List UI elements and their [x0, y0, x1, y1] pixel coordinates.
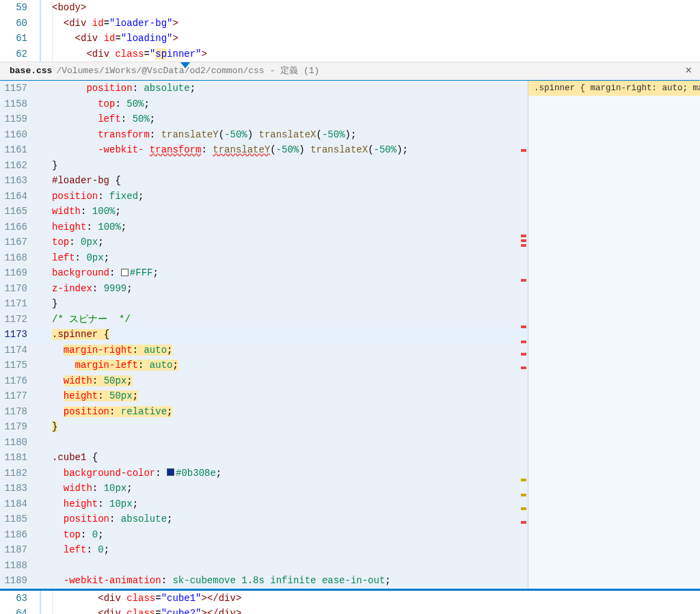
- code-line[interactable]: 59<body>: [0, 0, 700, 16]
- code-line[interactable]: 1179}: [0, 419, 528, 435]
- code-line[interactable]: 1182 background-color: #0b308e;: [0, 466, 528, 481]
- code-line[interactable]: 60 <div id="loader-bg">: [0, 16, 700, 31]
- code-line[interactable]: 1181.cube1 {: [0, 450, 528, 466]
- code-line[interactable]: 1157 position: absolute;: [0, 81, 528, 96]
- code-content[interactable]: .spinner {: [52, 327, 528, 343]
- code-line[interactable]: 1183 width: 10px;: [0, 481, 528, 496]
- peek-definition-view[interactable]: 1157 position: absolute;1158 top: 50%;11…: [0, 81, 700, 590]
- code-content[interactable]: z-index: 9999;: [52, 281, 528, 297]
- code-content[interactable]: top: 50%;: [52, 96, 528, 112]
- code-line[interactable]: 1175 margin-left: auto;: [0, 358, 528, 373]
- peek-reference-item[interactable]: .spinner { margin-right: auto; margin-le…: [528, 81, 700, 96]
- code-content[interactable]: left: 50%;: [52, 111, 528, 127]
- overview-marker[interactable]: [521, 325, 526, 328]
- code-content[interactable]: width: 100%;: [52, 204, 528, 219]
- code-content[interactable]: }: [52, 158, 528, 174]
- overview-marker[interactable]: [521, 149, 526, 152]
- code-content[interactable]: height: 50px;: [52, 388, 528, 404]
- overview-marker[interactable]: [521, 341, 526, 343]
- code-line[interactable]: 62 <div class="spinner">: [0, 46, 700, 62]
- code-content[interactable]: position: relative;: [52, 404, 528, 420]
- code-line[interactable]: 1170z-index: 9999;: [0, 281, 528, 297]
- code-content[interactable]: left: 0px;: [52, 250, 528, 266]
- code-content[interactable]: height: 10px;: [52, 496, 528, 512]
- main-editor[interactable]: 59<body>60 <div id="loader-bg">61 <div i…: [0, 0, 700, 62]
- code-line[interactable]: 63 <div class="cube1"></div>: [0, 591, 700, 606]
- code-content[interactable]: position: fixed;: [52, 189, 528, 204]
- code-content[interactable]: left: 0;: [52, 542, 528, 558]
- code-content[interactable]: .cube1 {: [52, 450, 528, 466]
- overview-marker[interactable]: [521, 244, 526, 247]
- code-line[interactable]: 1159 left: 50%;: [0, 111, 528, 127]
- code-content[interactable]: width: 50px;: [52, 373, 528, 389]
- code-line[interactable]: 61 <div id="loading">: [0, 31, 700, 46]
- overview-marker[interactable]: [521, 479, 526, 481]
- code-content[interactable]: <div class="cube1"></div>: [52, 591, 700, 606]
- overview-marker[interactable]: [521, 521, 526, 524]
- peek-code-area[interactable]: 1157 position: absolute;1158 top: 50%;11…: [0, 81, 528, 589]
- code-content[interactable]: top: 0;: [52, 527, 528, 543]
- code-line[interactable]: 1158 top: 50%;: [0, 96, 528, 112]
- line-number: 1165: [0, 204, 40, 219]
- code-line[interactable]: 1177 height: 50px;: [0, 388, 528, 404]
- code-line[interactable]: 1162}: [0, 158, 528, 174]
- code-content[interactable]: width: 10px;: [52, 481, 528, 496]
- code-content[interactable]: position: absolute;: [52, 81, 528, 96]
- code-line[interactable]: 1184 height: 10px;: [0, 496, 528, 512]
- code-content[interactable]: }: [52, 296, 528, 312]
- overview-marker[interactable]: [521, 239, 526, 242]
- code-line[interactable]: 1172/* スピナー */: [0, 312, 528, 328]
- code-content[interactable]: #loader-bg {: [52, 173, 528, 189]
- code-content[interactable]: background: #FFF;: [52, 265, 528, 281]
- overview-marker[interactable]: [521, 366, 526, 369]
- code-line[interactable]: 1173.spinner {: [0, 327, 528, 343]
- code-line[interactable]: 1180: [0, 435, 528, 451]
- code-content[interactable]: <div id="loading">: [52, 31, 700, 46]
- code-content[interactable]: margin-left: auto;: [52, 358, 528, 373]
- code-content[interactable]: [52, 558, 528, 574]
- code-line[interactable]: 1188: [0, 558, 528, 574]
- code-line[interactable]: 1185 position: absolute;: [0, 511, 528, 527]
- code-line[interactable]: 1161 -webkit- transform: translateY(-50%…: [0, 142, 528, 158]
- code-line[interactable]: 1168left: 0px;: [0, 250, 528, 266]
- code-line[interactable]: 1166height: 100%;: [0, 219, 528, 235]
- code-line[interactable]: 1163#loader-bg {: [0, 173, 528, 189]
- code-content[interactable]: transform: translateY(-50%) translateX(-…: [52, 127, 528, 143]
- code-content[interactable]: [52, 435, 528, 451]
- code-line[interactable]: 1174 margin-right: auto;: [0, 343, 528, 358]
- code-content[interactable]: position: absolute;: [52, 511, 528, 527]
- overview-marker[interactable]: [521, 507, 526, 510]
- code-line[interactable]: 1176 width: 50px;: [0, 373, 528, 389]
- code-line[interactable]: 1187 left: 0;: [0, 542, 528, 558]
- overview-marker[interactable]: [521, 494, 526, 496]
- overview-marker[interactable]: [521, 353, 526, 356]
- code-content[interactable]: -webkit- transform: translateY(-50%) tra…: [52, 142, 528, 158]
- code-content[interactable]: top: 0px;: [52, 235, 528, 250]
- code-line[interactable]: 1186 top: 0;: [0, 527, 528, 543]
- code-line[interactable]: 1189 -webkit-animation: sk-cubemove 1.8s…: [0, 573, 528, 589]
- code-line[interactable]: 1169background: #FFF;: [0, 265, 528, 281]
- peek-reference-list[interactable]: .spinner { margin-right: auto; margin-le…: [528, 81, 700, 589]
- code-line[interactable]: 1165width: 100%;: [0, 204, 528, 219]
- code-content[interactable]: <div class="spinner">: [52, 46, 700, 62]
- code-content[interactable]: <div id="loader-bg">: [52, 16, 700, 31]
- overview-marker[interactable]: [521, 279, 526, 282]
- overview-marker[interactable]: [521, 235, 526, 237]
- code-line[interactable]: 1171}: [0, 296, 528, 312]
- code-line[interactable]: 1164position: fixed;: [0, 189, 528, 204]
- code-content[interactable]: }: [52, 419, 528, 435]
- close-icon[interactable]: ×: [685, 62, 692, 81]
- overview-ruler[interactable]: [518, 81, 528, 589]
- code-line[interactable]: 1167top: 0px;: [0, 235, 528, 250]
- code-content[interactable]: background-color: #0b308e;: [52, 466, 528, 481]
- code-line[interactable]: 1160 transform: translateY(-50%) transla…: [0, 127, 528, 143]
- code-content[interactable]: margin-right: auto;: [52, 343, 528, 358]
- code-content[interactable]: -webkit-animation: sk-cubemove 1.8s infi…: [52, 573, 528, 589]
- code-content[interactable]: <div class="cube2"></div>: [52, 606, 700, 614]
- main-editor-continued[interactable]: 63 <div class="cube1"></div>64 <div clas…: [0, 590, 700, 615]
- code-line[interactable]: 64 <div class="cube2"></div>: [0, 606, 700, 614]
- code-content[interactable]: <body>: [52, 0, 700, 16]
- code-line[interactable]: 1178 position: relative;: [0, 404, 528, 420]
- code-content[interactable]: height: 100%;: [52, 219, 528, 235]
- code-content[interactable]: /* スピナー */: [52, 312, 528, 328]
